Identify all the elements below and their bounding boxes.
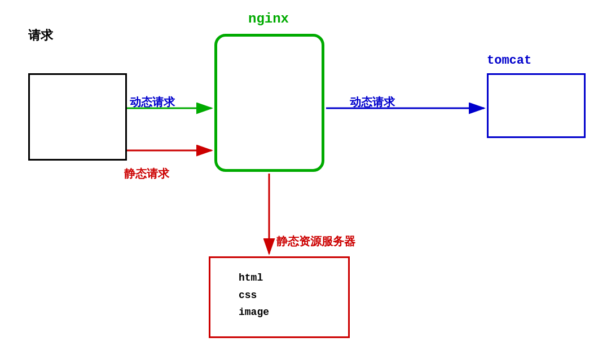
client-box xyxy=(28,73,127,161)
static-box-content: html css image xyxy=(239,269,269,321)
dynamic-request-right-label: 动态请求 xyxy=(350,95,395,110)
dynamic-request-left-label: 动态请求 xyxy=(130,95,175,110)
nginx-box xyxy=(214,34,324,172)
tomcat-box xyxy=(487,73,586,138)
request-label: 请求 xyxy=(28,27,53,44)
diagram-canvas: 请求 nginx tomcat 动态请求 静态请求 动态请求 静态资源服务器 h… xyxy=(0,0,598,364)
static-request-left-label: 静态请求 xyxy=(124,166,169,181)
static-image-label: image xyxy=(239,304,269,321)
nginx-label: nginx xyxy=(248,11,289,26)
tomcat-label: tomcat xyxy=(487,54,531,68)
static-css-label: css xyxy=(239,287,269,304)
static-resource-server-label: 静态资源服务器 xyxy=(276,234,355,249)
static-resources-box: html css image xyxy=(209,256,350,338)
static-html-label: html xyxy=(239,269,269,287)
